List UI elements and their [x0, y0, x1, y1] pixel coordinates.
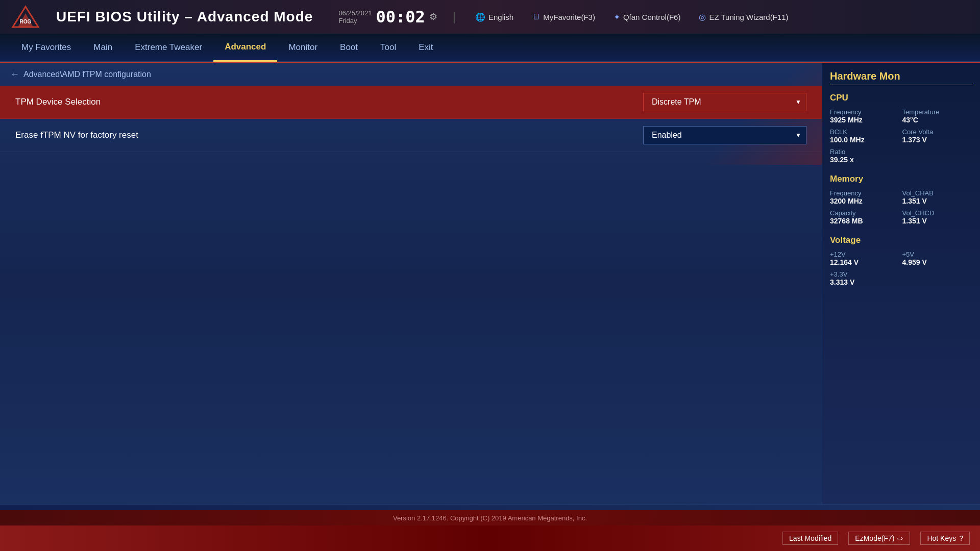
ezmode-btn[interactable]: EzMode(F7) ⇨ — [848, 532, 910, 545]
ez-label: EZ Tuning Wizard(F11) — [709, 13, 788, 21]
time-display: 00:02 — [376, 7, 425, 27]
bios-title: UEFI BIOS Utility – Advanced Mode — [56, 9, 313, 25]
hotkeys-btn[interactable]: Hot Keys ? — [920, 532, 970, 545]
last-modified-label: Last Modified — [789, 534, 831, 542]
cpu-temp-label: Temperature 43°C — [902, 108, 973, 124]
volt-12v: +12V 12.164 V — [830, 251, 900, 266]
erase-ftpm-selected: Enabled — [652, 131, 682, 140]
setting-row-erase-ftpm[interactable]: Erase fTPM NV for factory reset Enabled … — [0, 119, 822, 152]
memory-grid: Frequency 3200 MHz Vol_CHAB 1.351 V Capa… — [830, 189, 972, 225]
rog-logo: ROG — [10, 4, 41, 30]
gear-icon[interactable]: ⚙ — [429, 11, 437, 22]
dropdown-arrow-2: ▼ — [795, 132, 801, 139]
eztuning-btn[interactable]: ◎ EZ Tuning Wizard(F11) — [695, 10, 792, 24]
date-block: 06/25/2021 Friday — [338, 9, 372, 24]
content-area: ← Advanced\AMD fTPM configuration TPM De… — [0, 63, 822, 504]
sidebar-memory-section: Memory Frequency 3200 MHz Vol_CHAB 1.351… — [830, 174, 972, 225]
header-top: ROG UEFI BIOS Utility – Advanced Mode 06… — [0, 0, 980, 34]
cpu-core-voltage: Core Volta 1.373 V — [902, 128, 973, 144]
cpu-section-title: CPU — [830, 93, 972, 103]
hotkeys-icon: ? — [959, 534, 963, 542]
memory-section-title: Memory — [830, 174, 972, 184]
day-text: Friday — [338, 17, 372, 24]
nav-item-monitor[interactable]: Monitor — [277, 34, 329, 62]
breadcrumb-text: Advanced\AMD fTPM configuration — [23, 70, 151, 79]
cpu-bclk: BCLK 100.0 MHz — [830, 128, 900, 144]
divider-1: | — [453, 10, 456, 24]
sidebar-cpu-section: CPU Frequency 3925 MHz Temperature 43°C … — [830, 93, 972, 164]
date-text: 06/25/2021 — [338, 9, 372, 17]
datetime-block: 06/25/2021 Friday 00:02 ⚙ — [338, 7, 437, 27]
voltage-section-title: Voltage — [830, 235, 972, 245]
nav-bar: My Favorites Main Extreme Tweaker Advanc… — [0, 34, 980, 62]
voltage-grid: +12V 12.164 V +5V 4.959 V +3.3V 3.313 V — [830, 251, 972, 286]
svg-text:ROG: ROG — [20, 19, 32, 24]
erase-ftpm-value[interactable]: Enabled ▼ — [643, 126, 806, 144]
cpu-grid: Frequency 3925 MHz Temperature 43°C BCLK… — [830, 108, 972, 164]
nav-item-main[interactable]: Main — [82, 34, 124, 62]
dropdown-arrow-1: ▼ — [795, 98, 801, 106]
qfan-btn[interactable]: ✦ Qfan Control(F6) — [609, 10, 685, 24]
cpu-freq-label: Frequency 3925 MHz — [830, 108, 900, 124]
mem-vol-chcd: Vol_CHCD 1.351 V — [902, 209, 973, 225]
last-modified-btn[interactable]: Last Modified — [782, 532, 838, 545]
erase-ftpm-label: Erase fTPM NV for factory reset — [15, 130, 643, 140]
mem-capacity: Capacity 32768 MB — [830, 209, 900, 225]
nav-item-exit[interactable]: Exit — [407, 34, 444, 62]
main-container: ← Advanced\AMD fTPM configuration TPM De… — [0, 63, 980, 504]
volt-33v: +3.3V 3.313 V — [830, 270, 900, 286]
language-label: English — [488, 13, 513, 21]
qfan-label: Qfan Control(F6) — [623, 13, 681, 21]
breadcrumb: ← Advanced\AMD fTPM configuration — [0, 63, 822, 86]
sidebar-voltage-section: Voltage +12V 12.164 V +5V 4.959 V +3.3V … — [830, 235, 972, 286]
version-text: Version 2.17.1246. Copyright (C) 2019 Am… — [393, 514, 587, 522]
wizard-icon: ◎ — [699, 12, 706, 22]
nav-item-my-favorites[interactable]: My Favorites — [10, 34, 82, 62]
fan-icon: ✦ — [614, 12, 620, 22]
nav-item-tool[interactable]: Tool — [369, 34, 407, 62]
hotkeys-label: Hot Keys — [927, 534, 956, 542]
sidebar-title: Hardware Mon — [830, 70, 972, 85]
tpm-device-selected: Discrete TPM — [652, 97, 701, 107]
nav-item-boot[interactable]: Boot — [329, 34, 369, 62]
globe-icon: 🌐 — [475, 12, 485, 22]
settings-table: TPM Device Selection Discrete TPM ▼ Eras… — [0, 86, 822, 152]
version-bar: Version 2.17.1246. Copyright (C) 2019 Am… — [0, 510, 980, 525]
arrow-icon: ⇨ — [897, 534, 903, 542]
tpm-device-dropdown[interactable]: Discrete TPM ▼ — [643, 93, 806, 111]
myfav-label: MyFavorite(F3) — [543, 13, 595, 21]
language-btn[interactable]: 🌐 English — [471, 10, 518, 24]
monitor-icon: 🖥 — [532, 12, 540, 21]
nav-item-advanced[interactable]: Advanced — [213, 34, 277, 62]
mem-vol-chab: Vol_CHAB 1.351 V — [902, 189, 973, 205]
erase-ftpm-dropdown[interactable]: Enabled ▼ — [643, 126, 806, 144]
header: ROG UEFI BIOS Utility – Advanced Mode 06… — [0, 0, 980, 63]
tpm-device-label: TPM Device Selection — [15, 97, 643, 107]
setting-row-tpm-device[interactable]: TPM Device Selection Discrete TPM ▼ — [0, 86, 822, 119]
tpm-device-value[interactable]: Discrete TPM ▼ — [643, 93, 806, 111]
volt-5v: +5V 4.959 V — [902, 251, 973, 266]
status-bar: Last Modified EzMode(F7) ⇨ Hot Keys ? — [0, 525, 980, 551]
sidebar: Hardware Mon CPU Frequency 3925 MHz Temp… — [822, 63, 980, 504]
back-arrow[interactable]: ← — [10, 69, 19, 80]
nav-item-extreme-tweaker[interactable]: Extreme Tweaker — [124, 34, 213, 62]
ezmode-label: EzMode(F7) — [855, 534, 894, 542]
myfavorite-btn[interactable]: 🖥 MyFavorite(F3) — [528, 10, 599, 23]
cpu-ratio: Ratio 39.25 x — [830, 148, 900, 164]
mem-freq: Frequency 3200 MHz — [830, 189, 900, 205]
